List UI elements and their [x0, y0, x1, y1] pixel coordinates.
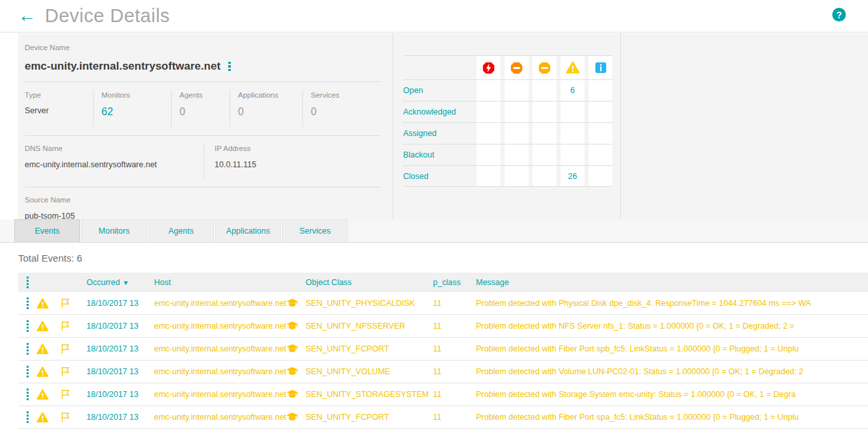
event-occurred: 18/10/2017 13: [86, 367, 154, 376]
event-host[interactable]: emc-unity.internal.sentrysoftware.net: [154, 344, 306, 354]
event-row[interactable]: 18/10/2017 13 emc-unity.internal.sentrys…: [18, 292, 868, 315]
summary-label-closed[interactable]: Closed: [403, 166, 473, 186]
tab-monitors[interactable]: Monitors: [81, 219, 147, 242]
tab-applications[interactable]: Applications: [215, 219, 281, 242]
summary-ack-major: [505, 102, 529, 122]
summary-closed-info: [588, 166, 612, 186]
summary-row-assigned: Assigned: [403, 122, 612, 144]
knowledge-cap-icon[interactable]: [286, 298, 298, 308]
event-occurred: 18/10/2017 13: [86, 413, 154, 422]
row-menu-icon[interactable]: [18, 297, 36, 309]
stat-applications-value: 0: [238, 106, 302, 118]
event-row[interactable]: 18/10/2017 13 emc-unity.internal.sentrys…: [18, 338, 868, 361]
stat-type-label: Type: [25, 91, 93, 99]
row-menu-icon[interactable]: [18, 366, 36, 377]
summary-open-warning[interactable]: 6: [560, 80, 585, 101]
row-menu-icon[interactable]: [18, 389, 36, 400]
divider: [25, 135, 381, 136]
knowledge-cap-icon[interactable]: [286, 412, 298, 422]
knowledge-cap-icon[interactable]: [286, 321, 298, 331]
knowledge-cap-icon[interactable]: [286, 389, 298, 400]
event-row[interactable]: 18/10/2017 13 emc-unity.internal.sentrys…: [18, 383, 868, 406]
event-occurred: 18/10/2017 13: [86, 322, 154, 331]
event-occurred: 18/10/2017 13: [86, 344, 154, 353]
row-menu-icon[interactable]: [18, 343, 36, 355]
column-header-message[interactable]: Message: [476, 278, 868, 287]
knowledge-cap-icon[interactable]: [286, 344, 298, 354]
summary-blackout-minor: [533, 144, 557, 165]
event-occurred: 18/10/2017 13: [86, 390, 154, 399]
table-menu-icon[interactable]: [18, 277, 36, 288]
tab-agents[interactable]: Agents: [148, 219, 214, 242]
event-p-class: 11: [433, 299, 476, 308]
flag-icon[interactable]: [60, 343, 86, 355]
flag-icon[interactable]: [60, 320, 86, 332]
events-table-header: Occurred▼ Host Object Class p_class Mess…: [18, 273, 868, 292]
event-p-class: 11: [433, 322, 476, 331]
summary-ack-critical: [477, 102, 501, 122]
stat-agents-value: 0: [179, 106, 230, 118]
device-actions-menu-icon[interactable]: [228, 62, 231, 72]
summary-closed-critical: [477, 166, 501, 186]
summary-assigned-major: [505, 123, 529, 144]
severity-major-icon: [505, 56, 529, 79]
event-message: Problem detected with NFS Server nfs_1: …: [476, 322, 868, 331]
flag-icon[interactable]: [60, 297, 86, 309]
summary-label-acknowledged[interactable]: Acknowledged: [403, 102, 473, 122]
event-host[interactable]: emc-unity.internal.sentrysoftware.net: [154, 389, 306, 400]
tab-events[interactable]: Events: [14, 219, 80, 242]
event-row[interactable]: 18/10/2017 13 emc-unity.internal.sentrys…: [18, 361, 868, 383]
stat-applications-label: Applications: [238, 91, 302, 99]
severity-minor-icon: [533, 56, 557, 79]
warning-triangle-icon: [36, 366, 60, 378]
column-header-object-class[interactable]: Object Class: [306, 278, 433, 287]
summary-row-open: Open 6: [403, 79, 612, 101]
event-p-class: 11: [433, 367, 476, 376]
summary-label-open[interactable]: Open: [403, 80, 473, 101]
sort-desc-icon: ▼: [122, 279, 129, 286]
device-info-area: Device Name emc-unity.internal.sentrysof…: [18, 33, 868, 219]
summary-closed-warning[interactable]: 26: [560, 166, 585, 186]
event-host[interactable]: emc-unity.internal.sentrysoftware.net: [154, 298, 306, 308]
severity-info-icon: [588, 56, 612, 79]
event-message: Problem detected with Fiber Port spb_fc5…: [476, 344, 868, 353]
stat-agents-label: Agents: [179, 91, 230, 99]
event-object-class: SEN_UNITY_VOLUME: [306, 367, 433, 376]
flag-icon[interactable]: [60, 411, 86, 423]
column-header-host[interactable]: Host: [154, 278, 306, 287]
event-summary-header-row: [403, 55, 612, 79]
event-row[interactable]: 18/10/2017 13 emc-unity.internal.sentrys…: [18, 315, 868, 338]
flag-icon[interactable]: [60, 366, 86, 377]
summary-ack-warning: [560, 102, 585, 122]
column-header-p-class[interactable]: p_class: [433, 278, 476, 287]
help-icon[interactable]: ?: [832, 8, 846, 21]
event-object-class: SEN_UNITY_NFSSERVER: [306, 322, 433, 331]
row-menu-icon[interactable]: [18, 320, 36, 332]
dns-name-value: emc-unity.internal.sentrysoftware.net: [25, 160, 204, 169]
knowledge-cap-icon[interactable]: [286, 366, 298, 377]
device-stats-row: Type Server Monitors 62 Agents 0 Applica…: [25, 90, 381, 127]
column-header-occurred[interactable]: Occurred▼: [86, 278, 154, 287]
event-message: Problem detected with Storage System emc…: [476, 390, 868, 399]
event-host[interactable]: emc-unity.internal.sentrysoftware.net: [154, 321, 306, 331]
divider: [25, 81, 381, 82]
summary-label-blackout[interactable]: Blackout: [403, 144, 473, 165]
summary-label-assigned[interactable]: Assigned: [403, 123, 473, 144]
summary-blackout-info: [588, 144, 612, 165]
summary-assigned-minor: [533, 123, 557, 144]
event-row[interactable]: 18/10/2017 13 emc-unity.internal.sentrys…: [18, 406, 868, 429]
event-occurred: 18/10/2017 13: [86, 299, 154, 308]
row-menu-icon[interactable]: [18, 411, 36, 423]
event-host[interactable]: emc-unity.internal.sentrysoftware.net: [154, 366, 306, 377]
device-summary-panel: Device Name emc-unity.internal.sentrysof…: [18, 33, 393, 219]
stat-services-value: 0: [311, 106, 381, 118]
summary-row-closed: Closed 26: [403, 165, 612, 187]
back-arrow-icon[interactable]: ←: [18, 7, 36, 25]
events-content: Total Events: 6 Occurred▼ Host Object Cl…: [0, 243, 868, 438]
flag-icon[interactable]: [60, 389, 86, 400]
events-table: Occurred▼ Host Object Class p_class Mess…: [18, 273, 868, 429]
event-host[interactable]: emc-unity.internal.sentrysoftware.net: [154, 412, 306, 422]
tab-services[interactable]: Services: [282, 219, 348, 242]
severity-critical-icon: [477, 56, 501, 79]
stat-monitors-value[interactable]: 62: [101, 106, 171, 118]
